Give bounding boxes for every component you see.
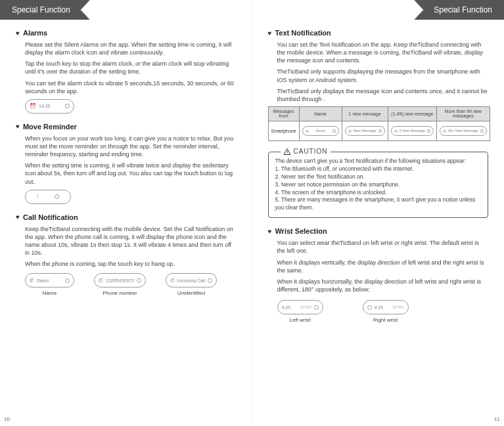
- text-p3: TheTicBand only displays the message ico…: [268, 87, 489, 103]
- caution-wrap: CAUTION The device can't give you a Text…: [268, 152, 489, 218]
- msg-pill-99: ✉ 99+ New Message: [440, 126, 487, 136]
- alarms-title: Alarms: [23, 29, 47, 37]
- wrist-right-date: 18 THU: [392, 306, 403, 309]
- call-col-number: ✆ 13285436972 Phone number: [94, 273, 146, 296]
- call-p2: When the phone is coming, tap the touch …: [16, 260, 236, 268]
- touch-dot-icon: [208, 278, 212, 283]
- heart-icon: ♥: [16, 213, 20, 221]
- phone-icon: ✆: [99, 278, 103, 284]
- wrist-p3: When it displays horizontally, the displ…: [268, 278, 489, 293]
- caution-text: CAUTION: [294, 147, 328, 156]
- wrist-label-right: Right wrist: [373, 317, 398, 323]
- wrist-p1: You can select wear theTicBand on left w…: [268, 239, 489, 255]
- table-row: Smartphone ✉ David ✉ New Message: [268, 121, 490, 140]
- wrist-left-date: 18 THU: [300, 306, 311, 309]
- section-wrist: ♥ Wrist Selection You can select wear th…: [268, 227, 489, 323]
- msg-pill-name: ✉ David: [302, 126, 339, 136]
- td-99msg: ✉ 99+ New Message: [436, 121, 490, 140]
- call-col-name: ✆ David Name: [25, 273, 74, 296]
- wrist-right-time: 9:25: [375, 305, 390, 310]
- wrist-pill-left: 9:25 18 THU: [277, 300, 323, 314]
- msg-pill-new: ✉ New Message: [345, 126, 385, 136]
- call-title: Call Notification: [23, 213, 78, 221]
- move-pill: 𓀞: [25, 190, 71, 204]
- msg-2-text: 2 New Message: [400, 129, 425, 133]
- text-p1: You can set the Text Notification on the…: [268, 41, 489, 64]
- touch-dot-icon: [65, 104, 70, 108]
- envelope-icon: ✉: [443, 129, 446, 133]
- move-p1: When you focus on your work too long, it…: [16, 135, 236, 158]
- call-number-text: 13285436972: [106, 278, 134, 283]
- move-title: Move Reminder: [23, 123, 77, 131]
- envelope-icon: ✉: [306, 129, 309, 133]
- text-title: Text Notification: [275, 29, 331, 37]
- header-right: Special Function: [252, 0, 505, 20]
- section-move: ♥ Move Reminder When you focus on your w…: [16, 123, 236, 204]
- td-1msg: ✉ New Message: [342, 121, 388, 140]
- move-p2: When the setting time is coming, it will…: [16, 161, 236, 185]
- touch-dot-icon: [378, 129, 382, 133]
- touch-dot-icon: [367, 305, 372, 310]
- call-label-unid: Unidentified: [177, 290, 205, 296]
- caution-i3: 3. Never set notice permission on the sm…: [275, 181, 482, 189]
- th-name: Name: [299, 106, 342, 121]
- header-left: Special Function: [0, 0, 252, 20]
- header-tab-right: Special Function: [414, 0, 504, 20]
- call-heading: ♥ Call Notification: [16, 213, 236, 221]
- page-right: Special Function ♥ Text Notification You…: [252, 0, 505, 426]
- wrist-col-right: 9:25 18 THU Right wrist: [363, 300, 409, 323]
- message-table: Messages from Name 1 new message (1-99) …: [268, 106, 490, 141]
- envelope-icon: ✉: [348, 129, 352, 133]
- alarm-clock-icon: ⏰: [30, 103, 36, 109]
- page-number-left: 10: [4, 416, 10, 422]
- wrist-heading: ♥ Wrist Selection: [268, 227, 489, 235]
- call-pill-unid: ✆ Incoming Call: [166, 273, 217, 288]
- section-alarms: ♥ Alarms Please set the Silent Alarms on…: [16, 29, 236, 114]
- td-smartphone: Smartphone: [268, 121, 299, 140]
- msg-pill-2: ✉ 2 New Message: [391, 126, 434, 136]
- call-p1: Keep theTicBand connecting with the mobi…: [16, 225, 236, 257]
- th-99msg: More than 99 new messages: [436, 106, 490, 121]
- touch-dot-icon: [137, 278, 141, 283]
- call-pill-name: ✆ David: [25, 273, 74, 288]
- msg-99-text: 99+ New Message: [448, 129, 478, 133]
- wrist-left-time: 9:25: [282, 305, 298, 310]
- warning-icon: [283, 148, 291, 156]
- phone-icon: ✆: [30, 278, 34, 284]
- td-nmsg: ✉ 2 New Message: [388, 121, 436, 140]
- wrist-p2: When it displays vertically, the display…: [268, 259, 489, 274]
- envelope-icon: ✉: [394, 129, 398, 133]
- call-pill-row: ✆ David Name ✆ 13285436972 Phone number …: [16, 273, 236, 296]
- sedentary-icon: 𓀞: [37, 194, 39, 200]
- page-left: Special Function ♥ Alarms Please set the…: [0, 0, 252, 426]
- touch-dot-icon: [427, 129, 430, 133]
- td-name: ✉ David: [299, 121, 342, 140]
- touch-dot-icon: [65, 278, 70, 283]
- call-label-phone: Phone number: [103, 290, 137, 296]
- caution-i2: 2. Never set the Text Notification on.: [275, 173, 482, 181]
- move-heading: ♥ Move Reminder: [16, 123, 236, 131]
- caution-box: CAUTION The device can't give you a Text…: [268, 152, 489, 218]
- wrist-col-left: 9:25 18 THU Left wrist: [277, 300, 323, 323]
- table-header-row: Messages from Name 1 new message (1-99) …: [268, 106, 490, 121]
- touch-dot-icon: [314, 305, 319, 310]
- text-heading: ♥ Text Notification: [268, 29, 489, 37]
- caution-intro: The device can't give you a Text Notific…: [275, 158, 482, 165]
- call-name-text: David: [37, 278, 62, 283]
- call-unid-text: Incoming Call: [177, 278, 205, 283]
- text-p2: TheTicBand only supports displaying the …: [268, 68, 489, 83]
- msg-name-text: David: [316, 129, 325, 133]
- msg-new-text: New Message: [354, 129, 377, 133]
- section-text: ♥ Text Notification You can set the Text…: [268, 29, 489, 218]
- heart-icon: ♥: [268, 30, 272, 37]
- touch-dot-icon: [332, 129, 336, 133]
- caution-i5: 5. There are many messages in the smartp…: [275, 196, 482, 212]
- th-1msg: 1 new message: [342, 106, 388, 121]
- caution-i4: 4. The screen of the smartphone is unloc…: [275, 189, 482, 197]
- touch-dot-icon: [55, 194, 59, 199]
- th-from: Messages from: [268, 106, 299, 121]
- wrist-title: Wrist Selection: [275, 227, 327, 235]
- page-number-right: 11: [494, 416, 500, 422]
- wrist-label-left: Left wrist: [289, 317, 310, 323]
- header-tab-left: Special Function: [0, 0, 90, 20]
